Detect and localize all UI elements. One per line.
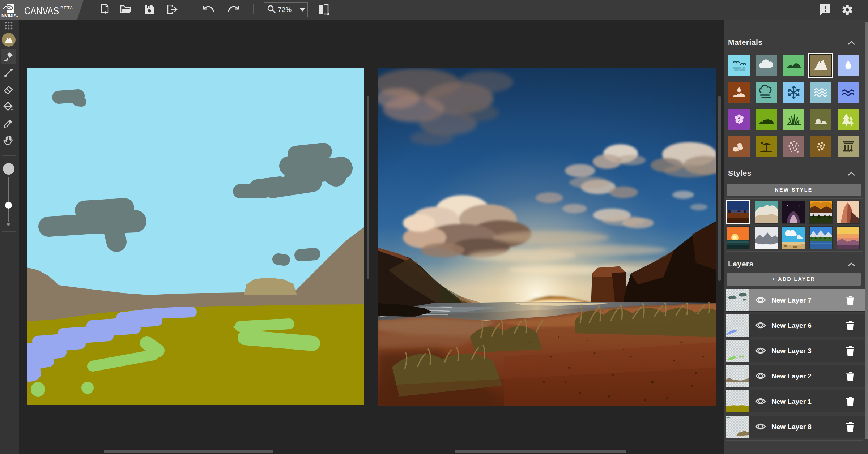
svg-text:NVIDIA.: NVIDIA. xyxy=(1,13,18,18)
